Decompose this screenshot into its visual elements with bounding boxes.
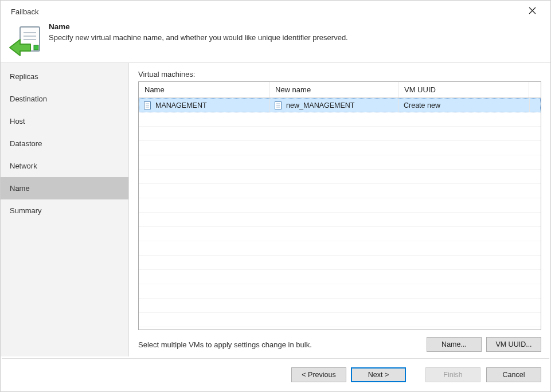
next-button[interactable]: Next > [351, 367, 406, 382]
vm-uuid-button[interactable]: VM UUID... [486, 337, 541, 352]
sidebar-item-label: Network [10, 162, 37, 170]
sidebar-item-datastore[interactable]: Datastore [1, 132, 128, 155]
wizard-footer: < Previous Next > Finish Cancel [2, 358, 549, 390]
column-header-vm-uuid[interactable]: VM UUID [398, 82, 529, 97]
sidebar-item-label: Host [10, 117, 25, 126]
sidebar-item-destination[interactable]: Destination [1, 88, 128, 110]
cell-new-name-text: new_MANAGEMENT [284, 101, 354, 109]
cancel-button[interactable]: Cancel [486, 367, 541, 382]
section-label: Virtual machines: [138, 70, 541, 79]
sidebar-item-network[interactable]: Network [1, 155, 128, 177]
cell-vm-uuid: Create new [399, 99, 530, 112]
wizard-header-icon [9, 23, 41, 56]
svg-rect-6 [34, 45, 38, 50]
wizard-header: Name Specify new virtual machine name, a… [1, 20, 550, 63]
column-header-new-name[interactable]: New name [269, 82, 398, 97]
bulk-hint: Select multiple VMs to apply settings ch… [138, 340, 312, 349]
close-icon [529, 7, 536, 14]
cell-name-text: MANAGEMENT [153, 101, 207, 109]
vm-icon [275, 101, 282, 109]
vm-icon [144, 101, 151, 109]
finish-button: Finish [425, 367, 480, 382]
sidebar-item-name[interactable]: Name [1, 177, 128, 199]
sidebar-item-label: Replicas [10, 72, 38, 81]
name-button[interactable]: Name... [427, 337, 482, 352]
close-button[interactable] [521, 7, 544, 16]
failback-arrow-icon [9, 23, 44, 59]
previous-button[interactable]: < Previous [291, 367, 346, 382]
sidebar-item-label: Summary [10, 206, 42, 215]
sidebar-item-label: Name [10, 184, 30, 193]
vm-table: Name New name VM UUID MANAGEMENT [138, 81, 541, 330]
wizard-step-subheading: Specify new virtual machine name, and wh… [49, 33, 348, 42]
sidebar-item-host[interactable]: Host [1, 110, 128, 132]
wizard-steps-sidebar: Replicas Destination Host Datastore Netw… [1, 63, 129, 356]
column-header-name[interactable]: Name [139, 82, 269, 97]
cell-new-name: new_MANAGEMENT [270, 99, 399, 112]
table-header: Name New name VM UUID [139, 82, 541, 98]
window-title: Failback [11, 7, 38, 16]
sidebar-item-label: Destination [10, 95, 47, 103]
sidebar-item-summary[interactable]: Summary [1, 199, 128, 222]
cell-spacer [530, 99, 540, 112]
column-header-spacer [529, 82, 541, 97]
sidebar-item-replicas[interactable]: Replicas [1, 65, 128, 88]
sidebar-item-label: Datastore [10, 139, 42, 148]
wizard-step-heading: Name [49, 22, 348, 31]
table-body[interactable]: MANAGEMENT new_MANAGEMENT Create new [139, 98, 541, 330]
cell-name: MANAGEMENT [139, 99, 270, 112]
main-pane: Virtual machines: Name New name VM UUID [129, 63, 550, 356]
table-row[interactable]: MANAGEMENT new_MANAGEMENT Create new [139, 98, 541, 112]
titlebar: Failback [1, 1, 550, 20]
cell-vm-uuid-text: Create new [404, 101, 440, 109]
